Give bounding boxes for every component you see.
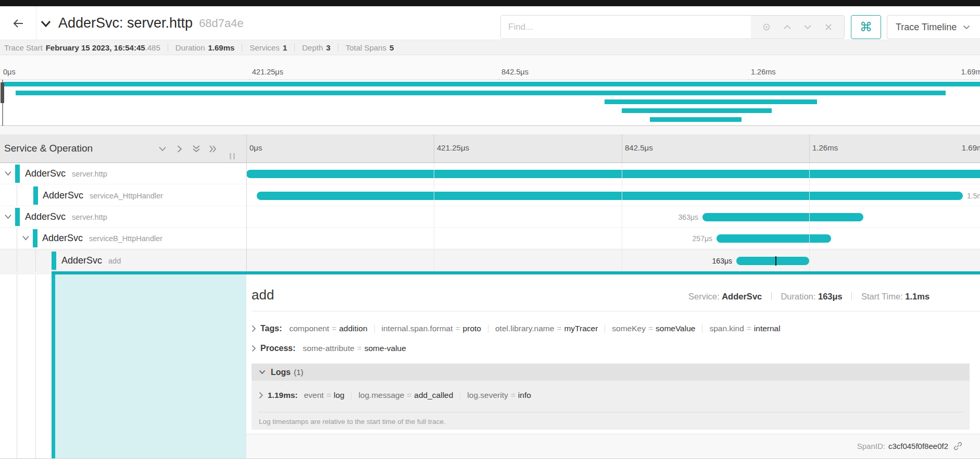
span-color-bar (15, 208, 20, 226)
services-value: 1 (283, 43, 287, 52)
expand-one-icon[interactable] (175, 145, 184, 153)
collapse-one-icon[interactable] (158, 145, 167, 153)
timeline-tick: 421.25μs (437, 143, 469, 152)
chevron-right-icon (252, 325, 256, 332)
rows-gridline (809, 163, 810, 271)
expand-all-icon[interactable] (208, 145, 218, 153)
meta-separator (771, 292, 772, 301)
log-divider (258, 412, 963, 412)
duration-value: 1.69ms (208, 43, 235, 52)
grid-header-gridline (434, 134, 434, 163)
meta-start-value: 1.1ms (905, 292, 929, 301)
span-row-add-selected[interactable]: AdderSvc add 163μs (0, 249, 980, 271)
app-header: AdderSvc: server.http 68d7a4e (0, 6, 980, 40)
back-button[interactable] (0, 6, 36, 40)
logs-section: Logs (1) 1.19ms: event=log log.message=a… (252, 364, 970, 430)
log-marker-tick[interactable] (775, 256, 776, 266)
trace-title-text: AdderSvc: server.http (58, 15, 193, 31)
link-icon[interactable] (953, 442, 962, 451)
log-key: event (304, 391, 324, 399)
rows-gridline (434, 163, 434, 271)
kv-separator (488, 324, 488, 333)
detail-span-title[interactable]: add (252, 287, 274, 303)
row-collapse-icon[interactable] (4, 214, 12, 219)
view-selector-dropdown[interactable]: Trace Timeline (887, 15, 980, 39)
total-spans-value: 5 (390, 43, 394, 52)
minimap-scrubber-handle[interactable] (1, 82, 4, 103)
content-bottom-border (0, 458, 980, 459)
command-icon: ⌘ (860, 20, 872, 34)
log-value: info (518, 391, 531, 399)
kv-separator (702, 324, 702, 333)
depth-label: Depth (302, 43, 323, 52)
log-entry-toggle[interactable]: 1.19ms: event=log log.message=add_called… (259, 391, 531, 400)
logs-header-toggle[interactable]: Logs (1) (252, 364, 970, 381)
chevron-right-icon (252, 345, 256, 352)
span-bar[interactable] (702, 213, 863, 221)
tag-value: someValue (656, 324, 695, 333)
depth-value: 3 (326, 43, 330, 52)
row-collapse-icon[interactable] (22, 235, 30, 241)
process-label: Process: (260, 344, 296, 353)
meta-service-label: Service: (688, 292, 720, 301)
span-name: AdderSvc serviceA_HttpHandler (43, 185, 163, 206)
find-next-icon[interactable] (803, 22, 812, 32)
span-bar[interactable] (257, 192, 963, 200)
row-collapse-icon[interactable] (4, 171, 12, 176)
span-row-server-http-2[interactable]: AdderSvc server.http 363μs (0, 206, 980, 228)
service-operation-header: Service & Operation (4, 143, 93, 154)
meta-service-value: AdderSvc (722, 292, 762, 301)
timeline-tick: 842.5μs (625, 143, 653, 152)
kv-separator (351, 391, 351, 399)
browser-top-strip (0, 0, 980, 6)
log-value: log (334, 391, 345, 399)
span-service: AdderSvc (43, 190, 83, 201)
tags-toggle-row[interactable]: Tags: component=addition internal.span.f… (252, 324, 781, 333)
grid-header-divider (246, 134, 247, 163)
column-resize-grip[interactable] (230, 153, 235, 159)
find-input[interactable] (501, 16, 751, 39)
grid-header-gridline (622, 134, 622, 163)
detail-indent-background (55, 274, 246, 458)
span-bar[interactable] (246, 170, 980, 178)
span-row-serviceB[interactable]: AdderSvc serviceB_HttpHandler 257μs (0, 228, 980, 249)
timeline-tick: 1.69ms (935, 143, 980, 152)
timeline-tick: 1.26ms (812, 143, 838, 152)
tree-guide (17, 250, 17, 272)
locate-icon[interactable] (762, 22, 771, 32)
span-row-server-http-1[interactable]: AdderSvc server.http (0, 163, 980, 184)
find-clear-icon[interactable] (824, 22, 833, 32)
minimap-canvas[interactable] (0, 80, 980, 126)
span-operation: server.http (72, 170, 107, 178)
span-bar[interactable] (736, 257, 809, 265)
span-id-label: SpanID: (857, 442, 885, 451)
span-detail-panel: add Service: AdderSvc Duration: 163μs St… (246, 274, 980, 458)
chevron-down-icon (259, 370, 266, 374)
trace-collapse-toggle[interactable] (41, 17, 53, 30)
span-color-bar (33, 229, 37, 247)
name-column-divider (246, 163, 247, 271)
minimap-tick: 0μs (3, 68, 16, 76)
summary-separator (168, 43, 168, 52)
trace-title: AdderSvc: server.http 68d7a4e (58, 6, 244, 40)
log-timestamps-note: Log timestamps are relative to the start… (259, 418, 446, 426)
find-prev-icon[interactable] (783, 22, 792, 32)
trace-start-label: Trace Start (4, 43, 43, 52)
tree-guide (17, 185, 17, 206)
span-bar[interactable] (717, 234, 831, 243)
span-rows: AdderSvc server.http AdderSvc serviceA_H… (0, 163, 980, 271)
meta-separator (851, 292, 852, 301)
keyboard-shortcuts-button[interactable]: ⌘ (851, 15, 881, 39)
span-row-serviceA[interactable]: AdderSvc serviceA_HttpHandler 1.5ms (0, 185, 980, 206)
collapse-all-icon[interactable] (192, 145, 201, 153)
process-toggle-row[interactable]: Process: some-attribute=some-value (252, 344, 406, 353)
minimap-span-bar (622, 108, 772, 113)
trace-start-fraction: .485 (145, 43, 160, 52)
minimap-span-bar (605, 99, 817, 104)
span-id-row: SpanID: c3cf045f0f8ee0f2 (246, 434, 980, 458)
process-value: some-value (365, 344, 406, 353)
span-operation: add (108, 257, 121, 265)
jaeger-trace-page: AdderSvc: server.http 68d7a4e (0, 0, 980, 463)
minimap-tick: 421.25μs (252, 68, 283, 76)
minimap-span-bar (4, 82, 980, 86)
